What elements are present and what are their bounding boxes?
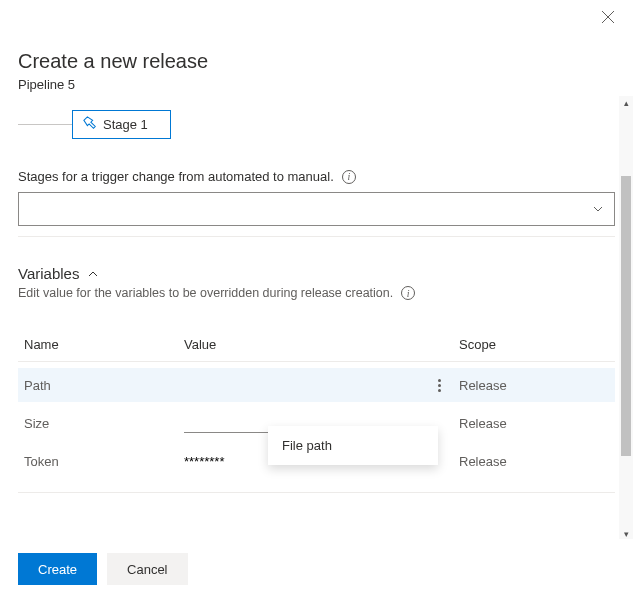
more-menu-button[interactable] [429,379,449,392]
var-scope: Release [459,378,609,393]
close-button[interactable] [601,10,615,28]
stage-label: Stage 1 [103,117,148,132]
var-name: Path [24,378,184,393]
var-name: Size [24,416,184,431]
scrollbar[interactable]: ▴ ▾ [619,96,633,541]
stage-node[interactable]: Stage 1 [72,110,171,139]
menu-item-file-path[interactable]: File path [282,438,424,453]
pipeline-graph: Stage 1 [18,110,615,139]
var-value[interactable] [184,376,429,395]
context-menu[interactable]: File path [268,426,438,465]
scroll-up-arrow[interactable]: ▴ [619,96,633,110]
page-title: Create a new release [18,50,615,73]
create-button[interactable]: Create [18,553,97,585]
cancel-button[interactable]: Cancel [107,553,187,585]
value-input[interactable] [184,376,405,395]
connector-line [18,124,72,125]
stages-trigger-label: Stages for a trigger change from automat… [18,169,615,184]
chevron-down-icon [592,203,604,215]
var-scope: Release [459,454,609,469]
stage-icon [83,116,97,133]
chevron-up-icon [87,268,99,280]
col-value: Value [184,337,429,352]
variables-title: Variables [18,265,79,282]
var-scope: Release [459,416,609,431]
variables-table: Name Value Scope Path Release Size Relea… [18,328,615,493]
divider [18,492,615,493]
stages-trigger-dropdown[interactable] [18,192,615,226]
table-header: Name Value Scope [18,328,615,362]
variables-toggle[interactable]: Variables [18,265,615,282]
info-icon[interactable]: i [401,286,415,300]
col-name: Name [24,337,184,352]
pipeline-name: Pipeline 5 [18,77,615,92]
dialog-footer: Create Cancel [0,539,633,599]
table-row[interactable]: Path Release [18,368,615,402]
info-icon[interactable]: i [342,170,356,184]
col-scope: Scope [459,337,609,352]
var-name: Token [24,454,184,469]
variables-help: Edit value for the variables to be overr… [18,286,615,300]
scroll-thumb[interactable] [621,176,631,456]
divider [18,236,615,237]
